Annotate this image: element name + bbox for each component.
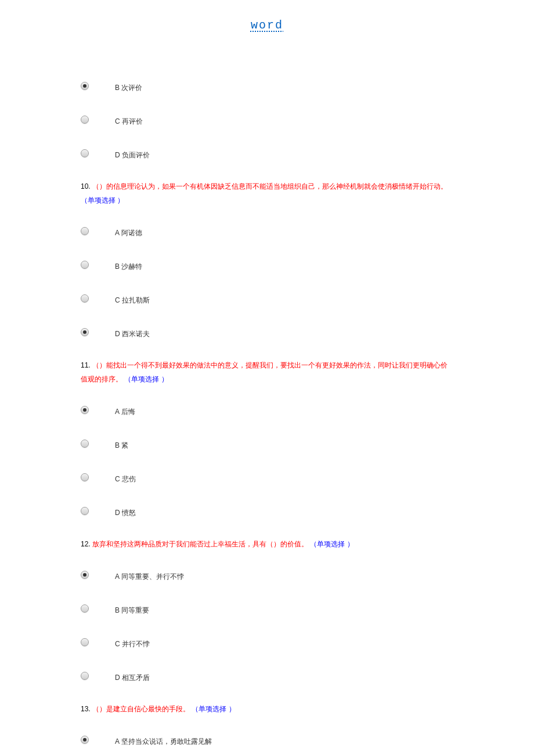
- option-row: A 坚持当众说话，勇敢吐露见解: [81, 732, 453, 747]
- option-text: A 阿诺德: [115, 224, 142, 238]
- header-link[interactable]: word: [251, 19, 283, 32]
- option-row: D 西米诺夫: [81, 325, 453, 339]
- radio-button[interactable]: [81, 440, 89, 448]
- radio-button[interactable]: [81, 672, 89, 680]
- question-text: 13. （）是建立自信心最快的手段。 （单项选择 ）: [81, 702, 453, 716]
- option-row: C 并行不悖: [81, 635, 453, 649]
- option-text: D 西米诺夫: [115, 325, 150, 339]
- radio-button[interactable]: [81, 328, 89, 336]
- option-text: D 相互矛盾: [115, 668, 150, 683]
- option-row: D 相互矛盾: [81, 668, 453, 683]
- option-row: B 沙赫特: [81, 257, 453, 272]
- radio-button[interactable]: [81, 736, 89, 744]
- option-text: C 悲伤: [115, 470, 136, 484]
- radio-button[interactable]: [81, 571, 89, 579]
- option-row: A 阿诺德: [81, 224, 453, 238]
- radio-button[interactable]: [81, 116, 89, 124]
- option-text: D 负面评价: [115, 146, 150, 160]
- option-text: B 次评价: [115, 78, 142, 93]
- radio-button[interactable]: [81, 604, 89, 613]
- radio-button[interactable]: [81, 507, 89, 515]
- question-text: 11. （）能找出一个得不到最好效果的做法中的意义，提醒我们，要找出一个有更好效…: [81, 358, 453, 386]
- option-text: C 再评价: [115, 112, 143, 127]
- option-row: B 紧: [81, 436, 453, 451]
- radio-button[interactable]: [81, 406, 89, 414]
- radio-button[interactable]: [81, 149, 89, 157]
- option-text: A 同等重要、并行不悖: [115, 567, 184, 582]
- option-text: A 坚持当众说话，勇敢吐露见解: [115, 732, 212, 747]
- option-row: B 次评价: [81, 78, 453, 93]
- option-row: B 同等重要: [81, 601, 453, 615]
- document-content: B 次评价 C 再评价 D 负面评价 10. （）的信息理论认为，如果一个有机体…: [0, 78, 534, 756]
- question-13: 13. （）是建立自信心最快的手段。 （单项选择 ）: [81, 702, 453, 716]
- question-text: 10. （）的信息理论认为，如果一个有机体因缺乏信息而不能适当地组织自己，那么神…: [81, 179, 453, 207]
- radio-button[interactable]: [81, 227, 89, 235]
- radio-button[interactable]: [81, 638, 89, 646]
- option-row: A 同等重要、并行不悖: [81, 567, 453, 582]
- option-text: D 愤怒: [115, 503, 136, 518]
- option-row: A 后悔: [81, 402, 453, 417]
- option-text: B 同等重要: [115, 601, 149, 615]
- option-text: C 并行不悖: [115, 635, 150, 649]
- header: word: [0, 0, 534, 32]
- option-row: C 悲伤: [81, 470, 453, 484]
- question-text: 12. 放弃和坚持这两种品质对于我们能否过上幸福生活，具有（）的价值。 （单项选…: [81, 537, 453, 551]
- option-text: A 后悔: [115, 402, 135, 417]
- radio-button[interactable]: [81, 294, 89, 303]
- question-10: 10. （）的信息理论认为，如果一个有机体因缺乏信息而不能适当地组织自己，那么神…: [81, 179, 453, 207]
- option-row: D 愤怒: [81, 503, 453, 518]
- option-row: C 再评价: [81, 112, 453, 127]
- question-11: 11. （）能找出一个得不到最好效果的做法中的意义，提醒我们，要找出一个有更好效…: [81, 358, 453, 386]
- radio-button[interactable]: [81, 82, 89, 90]
- option-text: B 沙赫特: [115, 257, 142, 272]
- option-row: D 负面评价: [81, 146, 453, 160]
- option-text: B 紧: [115, 436, 128, 451]
- option-row: C 拉扎勒斯: [81, 291, 453, 305]
- option-text: C 拉扎勒斯: [115, 291, 150, 305]
- radio-button[interactable]: [81, 473, 89, 481]
- question-12: 12. 放弃和坚持这两种品质对于我们能否过上幸福生活，具有（）的价值。 （单项选…: [81, 537, 453, 551]
- radio-button[interactable]: [81, 261, 89, 269]
